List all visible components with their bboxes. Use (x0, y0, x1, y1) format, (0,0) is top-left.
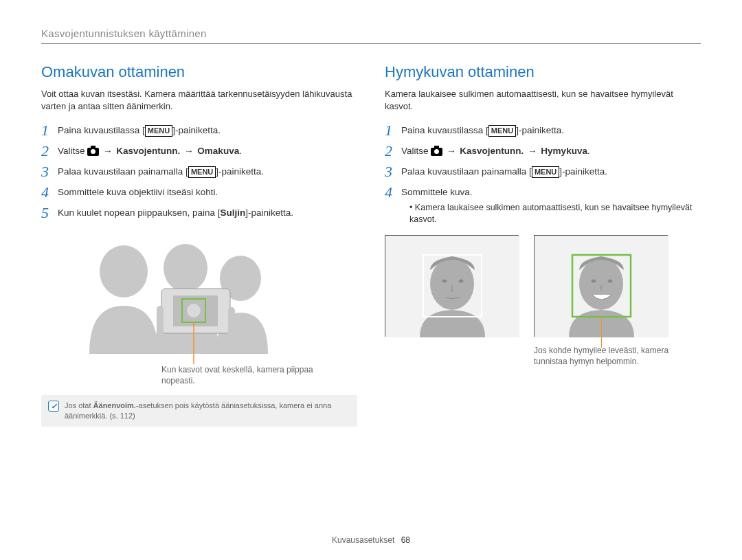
smile-frame-neutral (385, 235, 519, 337)
step-4: 4 Sommittele kuva. Kamera laukaisee sulk… (385, 186, 701, 225)
step-bold: Suljin (220, 208, 245, 218)
arrow-icon: → (447, 146, 456, 156)
step-number: 4 (41, 185, 58, 200)
arrow-icon: → (184, 146, 194, 156)
note-box: ✓ Jos otat Äänenvoim.-asetuksen pois käy… (41, 395, 357, 427)
step-text: Paina kuvaustilassa [ (401, 125, 488, 135)
step-5: 5 Kun kuulet nopean piippauksen, paina [… (41, 207, 357, 221)
step-4: 4 Sommittele kuva objektiivi itseäsi koh… (41, 186, 357, 200)
step-number: 5 (41, 205, 58, 221)
illustration-selfie: Kun kasvot ovat keskellä, kamera piippaa… (41, 230, 357, 388)
svg-point-17 (592, 280, 596, 282)
camera-icon (87, 148, 99, 156)
step-number: 3 (385, 164, 401, 179)
arrow-icon: → (528, 146, 537, 156)
step-text: ]-painiketta. (216, 166, 264, 177)
svg-point-0 (100, 245, 148, 298)
menu-icon: MENU (145, 125, 172, 137)
step-bold: Kasvojentunn. (460, 146, 524, 156)
svg-point-11 (430, 258, 474, 310)
note-icon: ✓ (48, 401, 59, 412)
step-text: Sommittele kuva objektiivi itseäsi kohti… (58, 186, 357, 199)
menu-icon: MENU (532, 166, 559, 178)
step-2: 2 Valitse → Kasvojentunn. → Omakuva. (41, 145, 357, 159)
step-number: 3 (41, 164, 58, 179)
intro-text: Kamera laukaisee sulkimen automaattisest… (385, 88, 701, 112)
step-text: Palaa kuvaustilaan painamalla [ (58, 166, 188, 177)
content-columns: Omakuvan ottaminen Voit ottaa kuvan itse… (41, 63, 701, 427)
svg-point-18 (608, 280, 612, 282)
smile-images (385, 235, 701, 337)
svg-point-6 (187, 304, 201, 317)
svg-point-1 (164, 244, 207, 292)
step-text: Paina kuvaustilassa [ (58, 125, 145, 135)
illustration-caption: Kun kasvot ovat keskellä, kamera piippaa… (161, 364, 319, 386)
left-column: Omakuvan ottaminen Voit ottaa kuvan itse… (41, 63, 357, 427)
menu-icon: MENU (188, 166, 216, 178)
step-text: ]-painiketta. (559, 166, 607, 177)
svg-point-16 (579, 258, 623, 310)
svg-rect-8 (228, 307, 235, 336)
step-text: ]-painiketta. (245, 208, 293, 218)
step-1: 1 Paina kuvaustilassa [MENU]-painiketta. (385, 124, 701, 138)
smile-caption: Jos kohde hymyilee leveästi, kamera tunn… (534, 345, 671, 367)
svg-rect-7 (157, 306, 164, 337)
step-3: 3 Palaa kuvaustilaan painamalla [MENU]-p… (41, 166, 357, 179)
camera-icon (431, 148, 442, 156)
breadcrumb: Kasvojentunnistuksen käyttäminen (41, 27, 701, 39)
step-number: 4 (385, 185, 401, 200)
step-text: Sommittele kuva. (401, 186, 701, 199)
step-text: ]-painiketta. (172, 125, 221, 135)
section-title-hymykuva: Hymykuvan ottaminen (385, 63, 701, 81)
svg-point-12 (442, 280, 447, 282)
section-title-omakuva: Omakuvan ottaminen (41, 63, 357, 81)
step-number: 1 (385, 123, 401, 138)
bullet-note: Kamera laukaisee sulkimen automaattisest… (409, 202, 701, 225)
arrow-icon: → (103, 146, 113, 156)
divider (41, 43, 701, 44)
footer-section: Kuvausasetukset (332, 535, 394, 545)
step-1: 1 Paina kuvaustilassa [MENU]-painiketta. (41, 124, 357, 138)
step-text: ]-painiketta. (516, 125, 564, 135)
step-bold: Kasvojentunn. (116, 146, 180, 156)
step-bold: Omakuva (197, 146, 239, 156)
step-3: 3 Palaa kuvaustilaan painamalla [MENU]-p… (385, 166, 701, 179)
step-text: Kun kuulet nopean piippauksen, paina [ (58, 208, 220, 218)
smile-frame-smiling (534, 235, 668, 337)
right-column: Hymykuvan ottaminen Kamera laukaisee sul… (385, 63, 701, 427)
step-number: 1 (41, 123, 58, 138)
intro-text: Voit ottaa kuvan itsestäsi. Kamera määri… (41, 88, 357, 112)
step-text: Valitse (58, 146, 87, 156)
step-bold: Hymykuva (541, 146, 587, 156)
note-text: Jos otat Äänenvoim.-asetuksen pois käytö… (65, 401, 350, 421)
svg-point-13 (459, 280, 463, 282)
step-number: 2 (385, 144, 401, 159)
step-number: 2 (41, 144, 58, 159)
footer-page-number: 68 (401, 535, 410, 545)
menu-icon: MENU (488, 125, 516, 137)
step-text: Valitse (401, 146, 431, 156)
step-text: Palaa kuvaustilaan painamalla [ (401, 166, 532, 177)
step-2: 2 Valitse → Kasvojentunn. → Hymykuva. (385, 145, 701, 159)
page-footer: Kuvausasetukset 68 (0, 535, 742, 545)
